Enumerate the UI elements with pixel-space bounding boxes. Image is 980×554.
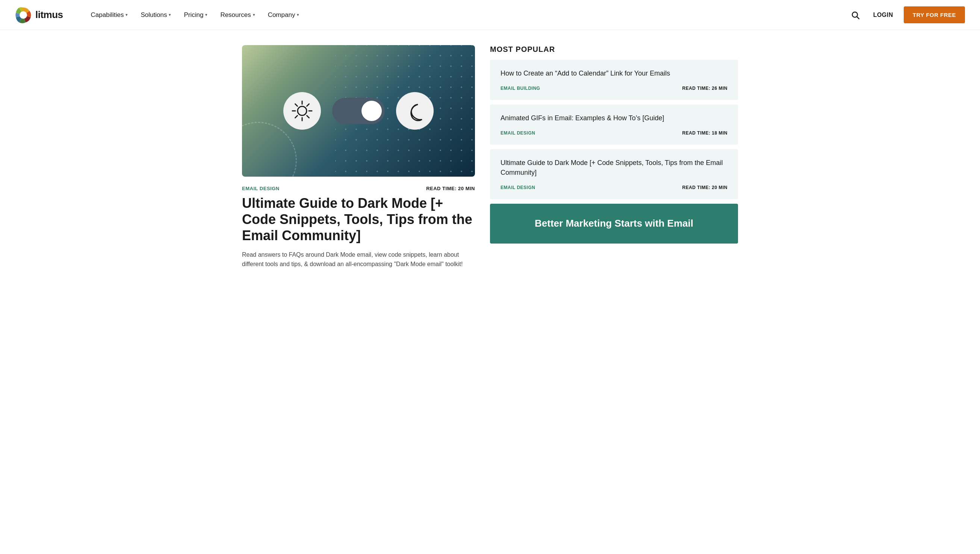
article-description: Read answers to FAQs around Dark Mode em…: [242, 250, 475, 269]
article-meta: EMAIL DESIGN READ TIME: 20 MIN: [242, 186, 475, 191]
popular-card-2-meta: EMAIL DESIGN READ TIME: 18 MIN: [501, 131, 727, 136]
cta-title: Better Marketing Starts with Email: [501, 217, 727, 230]
search-button[interactable]: [848, 8, 863, 22]
popular-card-1-read-time: READ TIME: 26 MIN: [682, 86, 727, 91]
moon-icon: [396, 92, 434, 130]
toggle-switch[interactable]: [332, 98, 385, 124]
svg-point-1: [19, 11, 27, 19]
search-icon: [851, 11, 860, 19]
svg-line-3: [857, 16, 859, 19]
capabilities-chevron-icon: ▾: [126, 13, 128, 17]
popular-card-3-title: Ultimate Guide to Dark Mode [+ Code Snip…: [501, 158, 727, 177]
try-free-button[interactable]: TRY FOR FREE: [904, 6, 965, 23]
article-title: Ultimate Guide to Dark Mode [+ Code Snip…: [242, 195, 475, 244]
navbar: litmus Capabilities ▾ Solutions ▾ Pricin…: [0, 0, 980, 30]
hero-icons: [283, 92, 434, 130]
toggle-knob: [361, 101, 382, 121]
nav-resources[interactable]: Resources ▾: [215, 8, 260, 22]
popular-card-2-tag: EMAIL DESIGN: [501, 131, 535, 136]
company-chevron-icon: ▾: [297, 13, 299, 17]
svg-line-9: [295, 104, 298, 107]
popular-card-2[interactable]: Animated GIFs in Email: Examples & How T…: [490, 105, 738, 145]
nav-right: LOGIN TRY FOR FREE: [848, 6, 965, 23]
login-button[interactable]: LOGIN: [869, 9, 898, 21]
popular-card-3-read-time: READ TIME: 20 MIN: [682, 185, 727, 190]
logo-icon: [15, 7, 32, 23]
popular-card-1-tag: EMAIL BUILDING: [501, 86, 540, 91]
popular-card-3-tag: EMAIL DESIGN: [501, 185, 535, 190]
popular-card-2-read-time: READ TIME: 18 MIN: [682, 131, 727, 136]
nav-solutions[interactable]: Solutions ▾: [135, 8, 176, 22]
svg-point-4: [298, 107, 307, 115]
popular-card-3[interactable]: Ultimate Guide to Dark Mode [+ Code Snip…: [490, 149, 738, 199]
nav-links: Capabilities ▾ Solutions ▾ Pricing ▾ Res…: [86, 8, 848, 22]
svg-line-11: [307, 104, 309, 107]
nav-company[interactable]: Company ▾: [262, 8, 305, 22]
popular-card-1-meta: EMAIL BUILDING READ TIME: 26 MIN: [501, 86, 727, 91]
logo-link[interactable]: litmus: [15, 7, 63, 23]
main-content: EMAIL DESIGN READ TIME: 20 MIN Ultimate …: [227, 30, 753, 269]
logo-text: litmus: [35, 9, 63, 21]
solutions-chevron-icon: ▾: [169, 13, 171, 17]
article-tag: EMAIL DESIGN: [242, 186, 280, 191]
sidebar: MOST POPULAR How to Create an “Add to Ca…: [490, 45, 738, 269]
article-card: EMAIL DESIGN READ TIME: 20 MIN Ultimate …: [242, 45, 475, 269]
pricing-chevron-icon: ▾: [205, 13, 207, 17]
popular-card-1[interactable]: How to Create an “Add to Calendar” Link …: [490, 60, 738, 100]
popular-card-3-meta: EMAIL DESIGN READ TIME: 20 MIN: [501, 185, 727, 190]
resources-chevron-icon: ▾: [253, 13, 255, 17]
sun-icon: [283, 92, 321, 130]
svg-line-10: [307, 116, 309, 118]
popular-card-1-title: How to Create an “Add to Calendar” Link …: [501, 69, 727, 78]
article-hero-image: [242, 45, 475, 177]
most-popular-heading: MOST POPULAR: [490, 45, 738, 54]
popular-card-2-title: Animated GIFs in Email: Examples & How T…: [501, 113, 727, 123]
article-read-time: READ TIME: 20 MIN: [426, 186, 475, 191]
nav-pricing[interactable]: Pricing ▾: [178, 8, 213, 22]
svg-line-12: [295, 116, 298, 118]
nav-capabilities[interactable]: Capabilities ▾: [86, 8, 134, 22]
cta-box: Better Marketing Starts with Email: [490, 204, 738, 244]
